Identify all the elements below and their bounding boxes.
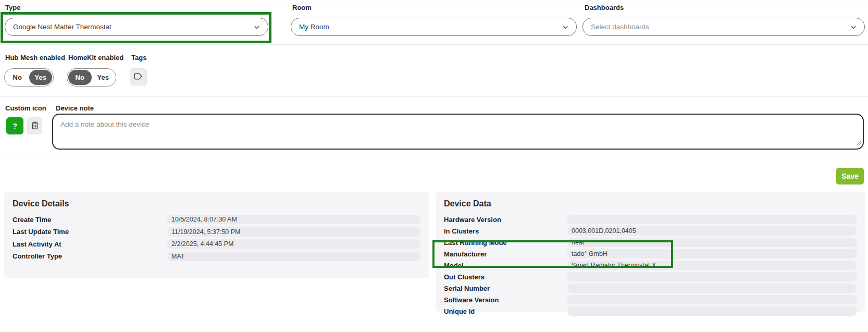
hub-mesh-option-yes[interactable]: Yes [29,70,53,85]
table-row: Last Update Time 11/19/2024, 5:37:50 PM [13,227,421,237]
tags-label: Tags [131,54,146,62]
room-select-value: My Room [299,23,329,31]
section-divider [0,96,868,97]
device-note-container [52,114,864,150]
table-row: Serial Number [444,284,857,293]
table-row: Last Running Mode heat [444,238,857,247]
homekit-option-no[interactable]: No [68,70,92,85]
tags-button[interactable] [130,68,147,85]
section-divider [0,156,868,156]
table-row: Last Activity At 2/2/2025, 4:44:45 PM [13,239,421,249]
table-row: Unique Id [444,306,857,316]
room-select[interactable]: My Room [291,18,577,36]
hub-mesh-toggle[interactable]: No Yes [4,68,54,87]
device-note-input[interactable] [52,114,864,150]
room-label: Room [292,4,312,11]
dashboards-select-placeholder: Select dashboards [591,23,649,31]
trash-icon [31,121,39,131]
device-details-panel: Device Details Create Time 10/5/2024, 8:… [4,192,429,278]
device-details-title: Device Details [13,199,421,208]
hub-mesh-option-no[interactable]: No [6,70,29,85]
device-note-label: Device note [56,104,94,112]
device-settings-page: Type Google Nest Matter Thermostat Room … [0,0,868,332]
tag-icon [133,71,143,83]
table-row: Controller Type MAT [13,252,421,262]
dashboards-label: Dashboards [585,4,624,11]
type-label: Type [5,4,20,11]
table-row: Hardware Version [444,215,857,224]
table-row: Out Clusters [444,272,857,281]
homekit-toggle[interactable]: No Yes [67,68,116,87]
custom-icon-label: Custom icon [5,104,46,112]
hub-mesh-label: Hub Mesh enabled [5,54,65,62]
custom-icon-button[interactable]: ? [6,117,23,134]
section-divider [0,44,868,45]
table-row: Manufacturer tado° GmbH [444,249,857,259]
device-data-title: Device Data [444,199,857,208]
top-divider [0,4,868,4]
delete-icon-button[interactable] [27,117,42,134]
device-data-panel: Device Data Hardware Version In Clusters… [436,192,865,312]
table-row: Software Version [444,295,857,304]
table-row: Create Time 10/5/2024, 8:07:30 AM [13,215,421,225]
question-mark-icon: ? [13,122,17,130]
table-row: Model Smart Radiator Thermostat X [444,261,857,270]
chevron-down-icon [253,23,261,33]
type-select-value: Google Nest Matter Thermostat [13,23,111,31]
homekit-option-yes[interactable]: Yes [92,70,115,85]
save-button[interactable]: Save [836,168,864,185]
table-row: In Clusters 0003,001D,0201,0405 [444,226,857,236]
chevron-down-icon [849,23,858,33]
type-select[interactable]: Google Nest Matter Thermostat [5,18,268,36]
dashboards-select[interactable]: Select dashboards [582,18,865,36]
chevron-down-icon [561,23,569,33]
homekit-label: HomeKit enabled [68,54,123,62]
